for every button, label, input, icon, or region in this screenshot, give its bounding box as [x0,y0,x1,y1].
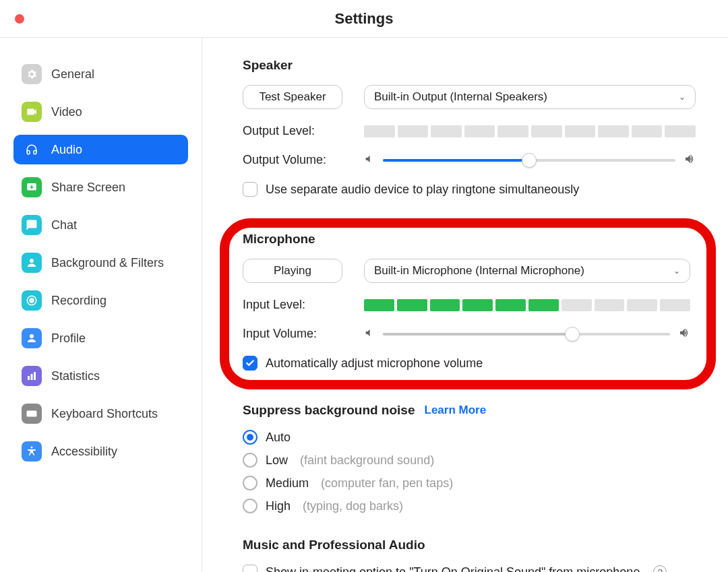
level-segment [497,125,528,137]
noise-option-low[interactable]: Low(faint background sound) [243,453,696,468]
sidebar-item-label: Audio [51,143,82,157]
close-window-dot[interactable] [15,14,24,24]
svg-rect-12 [34,412,36,414]
svg-rect-7 [34,372,36,380]
microphone-device-select[interactable]: Built-in Microphone (Internal Microphone… [364,259,690,283]
shortcuts-icon [22,404,42,424]
sidebar-item-label: Statistics [51,369,100,383]
level-segment [397,299,427,311]
level-segment [660,299,690,311]
level-segment [632,125,663,137]
svg-point-3 [30,298,34,303]
general-icon [22,64,42,84]
level-segment [431,125,462,137]
noise-option-auto[interactable]: Auto [243,430,696,445]
volume-max-icon [684,153,696,167]
settings-panel: Speaker Test Speaker Built-in Output (In… [202,38,728,572]
sidebar-item-profile[interactable]: Profile [13,323,188,353]
sidebar-item-chat[interactable]: Chat [13,210,188,240]
sidebar-item-a11y[interactable]: Accessibility [13,437,188,466]
microphone-device-value: Built-in Microphone (Internal Microphone… [374,264,584,278]
recording-icon [22,290,42,311]
volume-max-icon [678,327,690,341]
video-icon [22,102,42,122]
sidebar-item-label: Recording [51,294,107,308]
bgfilters-icon [22,253,42,273]
level-segment [430,299,460,311]
svg-rect-10 [30,412,32,414]
noise-option-label: Auto [266,431,291,445]
original-sound-checkbox[interactable] [243,565,257,572]
sidebar-item-label: Background & Filters [51,256,164,270]
radio-medium[interactable] [243,476,257,490]
sidebar-item-label: Video [51,105,82,119]
noise-option-medium[interactable]: Medium(computer fan, pen taps) [243,476,696,490]
volume-min-icon [364,327,375,340]
sidebar-item-video[interactable]: Video [13,97,188,127]
sidebar-item-audio[interactable]: Audio [13,135,188,164]
separate-ringtone-label: Use separate audio device to play ringto… [266,183,579,197]
level-segment [398,125,429,137]
sidebar-item-label: Share Screen [51,181,125,195]
level-segment [665,125,696,137]
profile-icon [22,328,42,348]
original-sound-label: Show in-meeting option to "Turn On Origi… [266,565,640,573]
level-segment [565,125,596,137]
separate-ringtone-checkbox[interactable] [243,182,257,197]
output-level-label: Output Level: [243,124,364,138]
noise-section: Suppress background noise Learn More Aut… [243,403,696,513]
output-volume-slider[interactable] [383,159,675,162]
input-level-label: Input Level: [243,298,364,312]
speaker-device-value: Built-in Output (Internal Speakers) [374,90,547,104]
music-title: Music and Professional Audio [243,538,696,552]
volume-min-icon [364,154,375,166]
sidebar-item-label: Accessibility [51,445,117,459]
sidebar-item-recording[interactable]: Recording [13,286,188,315]
level-segment [364,299,394,311]
level-segment [595,299,625,311]
noise-title: Suppress background noise [243,403,415,418]
sidebar-item-stats[interactable]: Statistics [13,361,188,391]
output-volume-label: Output Volume: [243,153,364,167]
sidebar-item-share[interactable]: Share Screen [13,172,188,202]
auto-adjust-mic-checkbox[interactable] [243,356,257,371]
level-segment [462,299,493,311]
speaker-section: Speaker Test Speaker Built-in Output (In… [243,58,696,197]
help-icon[interactable]: ? [653,565,667,572]
noise-option-hint: (typing, dog barks) [303,499,403,513]
noise-learn-more-link[interactable]: Learn More [425,404,487,417]
settings-sidebar: GeneralVideoAudioShare ScreenChatBackgro… [0,38,202,572]
radio-auto[interactable] [243,430,257,445]
input-volume-slider[interactable] [383,333,670,336]
sidebar-item-bgfilters[interactable]: Background & Filters [13,248,188,278]
sidebar-item-label: Chat [51,218,77,232]
svg-rect-8 [27,411,37,417]
sidebar-item-label: Keyboard Shortcuts [51,407,158,421]
radio-low[interactable] [243,453,257,468]
level-segment [528,299,559,311]
radio-high[interactable] [243,499,257,513]
share-icon [22,177,42,197]
sidebar-item-general[interactable]: General [13,59,188,89]
speaker-device-select[interactable]: Built-in Output (Internal Speakers) ⌄ [364,85,696,109]
auto-adjust-mic-label: Automatically adjust microphone volume [266,356,483,371]
svg-point-1 [30,259,34,263]
test-speaker-button[interactable]: Test Speaker [243,85,342,109]
svg-rect-9 [28,412,30,414]
svg-point-4 [30,334,34,338]
level-segment [627,299,657,311]
level-segment [531,125,562,137]
svg-rect-11 [32,412,34,414]
output-level-meter [364,125,696,137]
stats-icon [22,366,42,386]
a11y-icon [22,441,42,462]
noise-option-hint: (computer fan, pen taps) [321,476,453,490]
window-title: Settings [335,10,394,28]
microphone-highlight: Microphone Playing Built-in Microphone (… [229,221,709,388]
level-segment [364,125,395,137]
level-segment [495,299,526,311]
test-mic-button[interactable]: Playing [243,259,342,283]
svg-rect-5 [28,376,30,380]
sidebar-item-shortcuts[interactable]: Keyboard Shortcuts [13,399,188,428]
noise-option-high[interactable]: High(typing, dog barks) [243,499,696,513]
